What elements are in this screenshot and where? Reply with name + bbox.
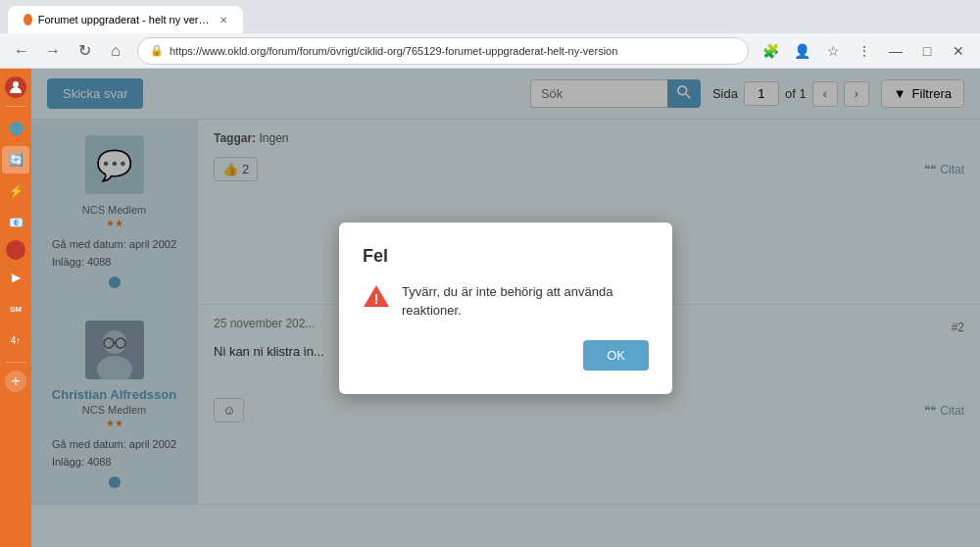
sidebar-divider (6, 106, 25, 107)
home-button[interactable]: ⌂ (102, 37, 129, 65)
close-button[interactable]: ✕ (945, 37, 972, 65)
sidebar-icon-sm[interactable]: SM (2, 295, 29, 323)
sidebar-icon-flash[interactable]: ⚡ (2, 177, 29, 205)
modal-title: Fel (363, 246, 649, 267)
modal-message: Tyvärr, du är inte behörig att använda r… (402, 282, 649, 321)
svg-text:!: ! (374, 291, 379, 307)
address-bar[interactable]: 🔒 https://www.okld.org/forum/forum/övrig… (137, 37, 749, 65)
forward-button[interactable]: → (39, 37, 67, 65)
ok-button[interactable]: OK (583, 340, 649, 371)
modal-body: ! Tyvärr, du är inte behörig att använda… (363, 282, 649, 321)
tab-title: Forumet uppgraderat - helt ny version! -… (38, 14, 210, 25)
lock-icon: 🔒 (150, 44, 164, 57)
tab-favicon (24, 14, 32, 25)
sidebar-add-button[interactable]: + (5, 371, 26, 392)
warning-icon: ! (363, 282, 390, 310)
tab-close-icon[interactable]: ✕ (220, 15, 227, 25)
modal-footer: OK (363, 340, 649, 371)
sidebar-icon-notify[interactable]: 4↑ (2, 326, 29, 354)
sidebar-avatar[interactable] (5, 76, 26, 98)
profile-button[interactable]: 👤 (788, 37, 815, 65)
url-text: https://www.okld.org/forum/forum/övrigt/… (170, 45, 617, 57)
extensions-button[interactable]: 🧩 (757, 37, 784, 65)
sidebar-icon-play[interactable]: ▶ (2, 264, 29, 291)
maximize-button[interactable]: □ (913, 37, 941, 65)
sidebar-icon-globe[interactable]: 🌐 (2, 115, 29, 142)
sidebar-icon-refresh[interactable]: 🔄 (2, 146, 29, 174)
bookmark-button[interactable]: ☆ (819, 37, 847, 65)
browser-tab[interactable]: Forumet uppgraderat - helt ny version! -… (8, 6, 243, 33)
sidebar-icon-red[interactable] (6, 240, 25, 260)
sidebar-icon-mail[interactable]: 📧 (2, 209, 29, 236)
settings-button[interactable]: ⋮ (851, 37, 878, 65)
svg-point-0 (13, 81, 19, 87)
minimize-button[interactable]: — (882, 37, 909, 65)
back-button[interactable]: ← (8, 37, 35, 65)
error-modal: Fel ! Tyvärr, du är inte behörig att anv… (339, 223, 672, 394)
modal-overlay: Fel ! Tyvärr, du är inte behörig att anv… (31, 69, 980, 547)
forum-content: Skicka svar Sida of 1 ‹ › ▼ Filtrera (31, 69, 980, 547)
refresh-button[interactable]: ↻ (71, 37, 98, 65)
left-sidebar: 🌐 🔄 ⚡ 📧 ▶ SM 4↑ + (0, 69, 31, 547)
sidebar-divider-2 (6, 362, 25, 363)
